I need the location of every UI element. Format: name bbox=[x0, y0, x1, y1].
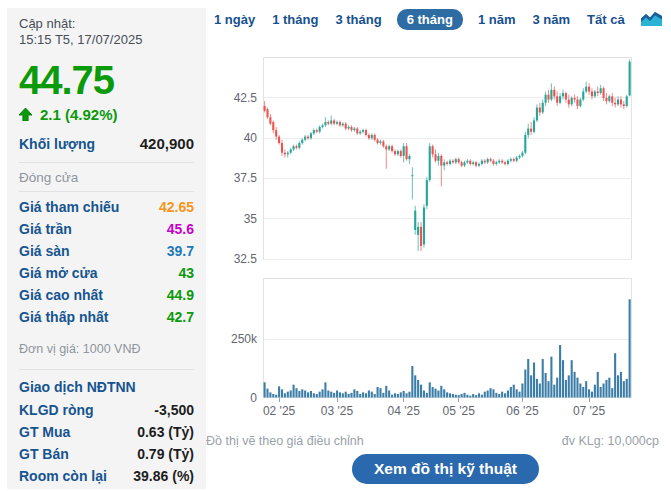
stat-label: Giá cao nhất bbox=[19, 287, 103, 303]
candlestick-volume-svg[interactable]: 42.54037.53532.5250k002 '2503 '2504 '250… bbox=[204, 40, 671, 420]
stat-value: 44.9 bbox=[167, 287, 194, 303]
stat-row-ceiling: Giá trần 45.6 bbox=[19, 218, 194, 240]
tab-6-months[interactable]: 6 tháng bbox=[397, 9, 463, 30]
stat-label: Giá mở cửa bbox=[19, 265, 97, 281]
volume-unit-note: đv KLg: 10,000cp bbox=[562, 434, 659, 448]
stat-label: Giá trần bbox=[19, 221, 72, 237]
divider bbox=[19, 369, 194, 370]
price-change-row: 2.1 (4.92%) bbox=[19, 106, 194, 123]
tab-1-year[interactable]: 1 năm bbox=[476, 9, 518, 30]
foreign-row-room-left: Room còn lại 39.86 (%) bbox=[19, 465, 194, 487]
stat-row-open: Giá mở cửa 43 bbox=[19, 262, 194, 284]
stat-value: 42.7 bbox=[167, 309, 194, 325]
svg-text:40: 40 bbox=[244, 131, 258, 145]
svg-text:04 '25: 04 '25 bbox=[387, 404, 420, 418]
last-price: 44.75 bbox=[19, 58, 194, 102]
updated-time: 15:15 T5, 17/07/2025 bbox=[19, 32, 194, 48]
svg-text:05 '25: 05 '25 bbox=[443, 404, 476, 418]
price-stats-table: Giá tham chiếu 42.65 Giá trần 45.6 Giá s… bbox=[19, 196, 194, 328]
timeframe-tabs: 1 ngày 1 tháng 3 tháng 6 tháng 1 năm 3 n… bbox=[212, 9, 662, 30]
foreign-value: 39.86 (%) bbox=[133, 468, 194, 484]
foreign-row-net-volume: KLGD ròng -3,500 bbox=[19, 399, 194, 421]
updated-at: Cập nhật: 15:15 T5, 17/07/2025 bbox=[19, 16, 194, 48]
updated-label: Cập nhật: bbox=[19, 16, 194, 32]
volume-row: Khối lượng 420,900 bbox=[19, 135, 194, 152]
stat-row-high: Giá cao nhất 44.9 bbox=[19, 284, 194, 306]
svg-text:02 '25: 02 '25 bbox=[263, 404, 296, 418]
stat-value: 39.7 bbox=[167, 243, 194, 259]
volume-label: Khối lượng bbox=[19, 136, 95, 152]
stat-label: Giá thấp nhất bbox=[19, 309, 108, 325]
price-unit-note: Đơn vị giá: 1000 VNĐ bbox=[19, 342, 194, 356]
svg-text:37.5: 37.5 bbox=[234, 171, 258, 185]
technical-chart-button[interactable]: Xem đồ thị kỹ thuật bbox=[352, 454, 539, 484]
price-summary-panel: Cập nhật: 15:15 T5, 17/07/2025 44.75 2.1… bbox=[7, 8, 206, 489]
stat-value: 45.6 bbox=[167, 221, 194, 237]
stat-row-reference: Giá tham chiếu 42.65 bbox=[19, 196, 194, 218]
tab-3-years[interactable]: 3 năm bbox=[530, 9, 572, 30]
svg-text:03 '25: 03 '25 bbox=[321, 404, 354, 418]
foreign-label: GT Bán bbox=[19, 446, 69, 462]
svg-text:07 '25: 07 '25 bbox=[573, 404, 606, 418]
stat-label: Giá sàn bbox=[19, 243, 70, 259]
foreign-value: 0.79 (Tỷ) bbox=[137, 446, 194, 462]
adjusted-price-note: Đồ thị vẽ theo giá điều chỉnh bbox=[206, 434, 364, 448]
divider bbox=[19, 162, 194, 163]
foreign-label: KLGD ròng bbox=[19, 402, 94, 418]
svg-text:42.5: 42.5 bbox=[234, 91, 258, 105]
foreign-trading-title: Giao dịch NĐTNN bbox=[19, 379, 194, 399]
price-change: 2.1 (4.92%) bbox=[40, 106, 118, 123]
tab-3-months[interactable]: 3 tháng bbox=[333, 9, 383, 30]
stat-value: 42.65 bbox=[159, 199, 194, 215]
foreign-row-sell-value: GT Bán 0.79 (Tỷ) bbox=[19, 443, 194, 465]
stat-label: Giá tham chiếu bbox=[19, 199, 119, 215]
stat-row-low: Giá thấp nhất 42.7 bbox=[19, 306, 194, 328]
foreign-trading-table: KLGD ròng -3,500 GT Mua 0.63 (Tỷ) GT Bán… bbox=[19, 399, 194, 487]
foreign-label: GT Mua bbox=[19, 424, 70, 440]
close-section-label: Đóng cửa bbox=[19, 170, 194, 185]
foreign-value: 0.63 (Tỷ) bbox=[137, 424, 194, 440]
area-chart-icon[interactable] bbox=[641, 10, 662, 30]
svg-text:06 '25: 06 '25 bbox=[506, 404, 539, 418]
volume-value: 420,900 bbox=[140, 135, 194, 152]
tab-1-month[interactable]: 1 tháng bbox=[270, 9, 320, 30]
tab-all[interactable]: Tất cả bbox=[585, 9, 627, 30]
svg-text:250k: 250k bbox=[231, 332, 258, 346]
foreign-value: -3,500 bbox=[154, 402, 194, 418]
stat-value: 43 bbox=[178, 265, 194, 281]
foreign-label: Room còn lại bbox=[19, 468, 107, 484]
divider bbox=[19, 191, 194, 192]
svg-text:0: 0 bbox=[250, 391, 257, 405]
tab-1-day[interactable]: 1 ngày bbox=[212, 9, 257, 30]
price-volume-chart[interactable]: 42.54037.53532.5250k002 '2503 '2504 '250… bbox=[204, 40, 671, 420]
foreign-row-buy-value: GT Mua 0.63 (Tỷ) bbox=[19, 421, 194, 443]
up-arrow-icon bbox=[19, 108, 32, 121]
stat-row-floor: Giá sàn 39.7 bbox=[19, 240, 194, 262]
stock-widget: Cập nhật: 15:15 T5, 17/07/2025 44.75 2.1… bbox=[0, 0, 671, 491]
svg-text:35: 35 bbox=[244, 212, 258, 226]
svg-text:32.5: 32.5 bbox=[234, 252, 258, 266]
